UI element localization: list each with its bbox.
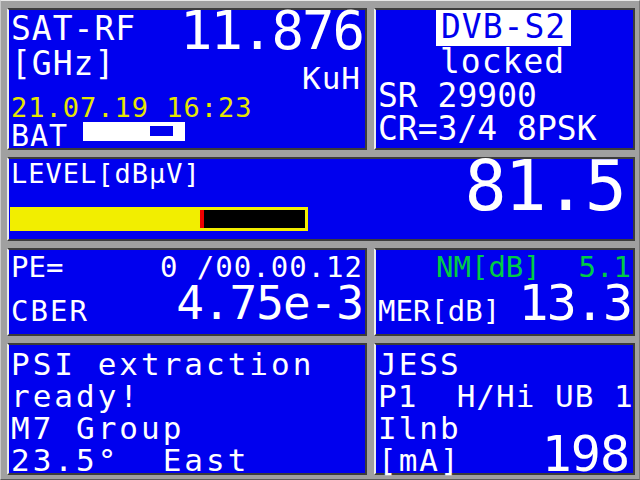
- pe-label: PE=: [11, 252, 63, 282]
- panel-signal-quality: NM[dB] 5.1 MER[dB] 13.3: [374, 248, 635, 336]
- cber-label: CBER: [11, 296, 89, 326]
- lnb-port-line: P1 H/Hi UB 1: [378, 380, 634, 413]
- sat-rf-label: SAT-RF: [11, 12, 136, 47]
- battery-gauge-icon: [83, 122, 185, 141]
- sat-rf-unit-label: [GHz]: [11, 47, 115, 82]
- cber-value: 4.75e-3: [176, 279, 363, 327]
- psi-status-line: PSI extraction: [11, 349, 314, 380]
- sat-meter-screen: SAT-RF [GHz] 11.876 KuH 21.07.19 16:23 B…: [0, 0, 640, 480]
- band-label: KuH: [302, 62, 361, 95]
- code-rate-modulation: CR=3/4 8PSK: [378, 112, 597, 147]
- panel-psi-info: PSI extraction ready! M7 Group 23.5° Eas…: [7, 343, 367, 475]
- panel-error-rate: PE= 0 /00.00.12 CBER 4.75e-3: [7, 248, 367, 336]
- mer-value: 13.3: [519, 277, 631, 330]
- panel-sat-rf: SAT-RF [GHz] 11.876 KuH 21.07.19 16:23 B…: [7, 8, 367, 150]
- level-bar-peak-marker: [200, 210, 204, 228]
- level-label: LEVEL[dBµV]: [11, 160, 201, 188]
- battery-charge-marker: [150, 126, 173, 136]
- lock-status: locked: [440, 45, 565, 80]
- frequency-value: 11.876: [180, 3, 363, 60]
- level-bar-fill: [13, 210, 200, 228]
- lnb-current-value: 198: [542, 428, 629, 480]
- standard-badge: DVB-S2: [436, 10, 571, 46]
- panel-level: LEVEL[dBµV] 81.5: [7, 157, 635, 241]
- mer-label: MER[dB]: [378, 296, 500, 326]
- level-value: 81.5: [464, 150, 625, 224]
- lnb-system-label: JESS: [378, 348, 461, 381]
- panel-demodulator: DVB-S2 locked SR 29900 CR=3/4 8PSK: [374, 8, 635, 150]
- lnb-current-label: Ilnb: [378, 412, 461, 445]
- orbital-position: 23.5° East: [11, 445, 249, 476]
- psi-ready-line: ready!: [11, 381, 141, 412]
- panel-lnb: JESS P1 H/Hi UB 1 Ilnb [mA] 198: [374, 343, 635, 475]
- battery-label: BAT: [11, 120, 68, 152]
- provider-name: M7 Group: [11, 413, 184, 444]
- level-bar: [10, 207, 308, 231]
- lnb-current-unit: [mA]: [378, 444, 461, 477]
